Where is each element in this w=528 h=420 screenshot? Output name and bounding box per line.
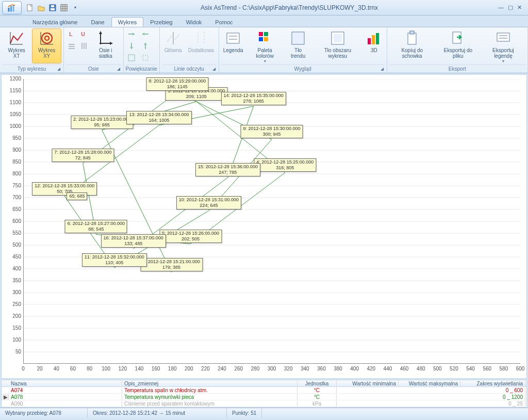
svg-rect-46 [259, 32, 263, 36]
copy-clipboard-button[interactable]: Kopiuj do schowka [389, 28, 435, 63]
main-cursor-button[interactable]: Główna [162, 28, 185, 63]
y-tick-label: 200 [3, 313, 21, 319]
zoom-v-out-button[interactable] [140, 40, 151, 52]
svg-text:L: L [69, 31, 73, 37]
new-button[interactable] [25, 3, 35, 13]
x-tick-label: 500 [431, 366, 443, 371]
x-tick-label: 320 [282, 366, 294, 371]
dialog-launcher-icon[interactable]: ◢ [57, 67, 60, 71]
save-button[interactable] [47, 3, 58, 13]
chevron-down-icon: ▾ [264, 59, 266, 63]
svg-rect-50 [292, 32, 304, 44]
y-tick-label: 50 [3, 349, 21, 354]
additional-cursor-button[interactable]: Dodatkowa [186, 28, 217, 63]
ribbon-group-axes: L U Osie i siatka Osie◢ [64, 27, 124, 73]
svg-rect-55 [376, 33, 379, 44]
export-legend-button[interactable]: Eksportuj legendę ▾ [481, 28, 525, 63]
close-button[interactable]: ✕ [517, 4, 522, 11]
x-tick-label: 440 [382, 366, 394, 371]
svg-marker-28 [99, 31, 102, 34]
zoom-fit-button[interactable] [140, 52, 151, 63]
maximize-button[interactable]: ▢ [508, 4, 513, 11]
svg-rect-43 [227, 33, 239, 43]
tab-data[interactable]: Dane [84, 17, 111, 27]
axes-small-3[interactable] [66, 40, 77, 52]
grid-header-desc[interactable]: Opis_zmiennej [122, 381, 298, 386]
y-tick-label: 1150 [3, 88, 21, 93]
grid-button[interactable] [59, 3, 69, 13]
x-tick-label: 380 [332, 366, 344, 371]
y-tick-label: 350 [3, 278, 21, 283]
grid-header-max[interactable]: Wartość maksymalna [399, 381, 460, 386]
svg-rect-59 [497, 33, 509, 41]
axes-grid-button[interactable]: Osie i siatka [90, 28, 121, 63]
chart-area[interactable]: 5010015020025030035040045050055060065070… [1, 74, 527, 379]
grid-header-range[interactable]: Zakres wyświetlania [460, 381, 525, 386]
trend-bg-button[interactable]: Tło trendu [285, 28, 312, 63]
status-bar: Wybrany przebieg: A078 Okres: 2012-12-28… [0, 408, 528, 418]
open-button[interactable] [36, 3, 46, 13]
legend-icon [225, 30, 241, 46]
export-file-button[interactable]: Eksportuj do pliku [436, 28, 480, 63]
axis-left-icon: L [68, 30, 75, 38]
legend-button[interactable]: Legenda [221, 28, 245, 63]
ribbon-tabs: Narzędzia główne Dane Wykres Przebieg Wi… [0, 15, 528, 27]
axes-small-2[interactable]: U [78, 28, 89, 40]
zoom-out-button[interactable] [140, 28, 151, 40]
tab-series[interactable]: Przebieg [143, 17, 179, 27]
dialog-launcher-icon[interactable]: ◢ [381, 67, 384, 71]
axes-icon [97, 30, 114, 46]
window-controls: — ▢ ✕ [498, 4, 526, 11]
plot-area-button[interactable]: Tło obszaru wykresu [312, 28, 362, 63]
3d-button[interactable]: 3D [364, 28, 384, 63]
tab-chart[interactable]: Wykres [111, 17, 144, 27]
tab-view[interactable]: Widok [179, 17, 209, 27]
palette-button[interactable]: Paleta kolorów ▾ [246, 28, 284, 63]
axes-small-1[interactable]: L [66, 28, 77, 40]
y-tick-label: 1200 [3, 76, 21, 82]
app-menu-button[interactable] [2, 1, 22, 14]
y-tick-label: 100 [3, 337, 21, 343]
x-tick-label: 120 [117, 366, 129, 371]
x-tick-label: 480 [415, 366, 427, 371]
chart-xt-button[interactable]: Wykres XT [2, 28, 31, 63]
title-bar: ▾ Asix AsTrend - C:\AsixApp\Fabryka\Tren… [0, 0, 528, 15]
svg-text:U: U [81, 31, 85, 37]
axes-small-4[interactable] [78, 40, 89, 52]
dialog-launcher-icon[interactable]: ◢ [212, 67, 216, 71]
zoom-reset-button[interactable] [126, 52, 137, 63]
chart-xy-button[interactable]: Wykres XY [32, 28, 61, 63]
x-tick-label: 460 [398, 366, 410, 371]
tab-help[interactable]: Pomoc [208, 17, 239, 27]
dialog-launcher-icon[interactable]: ◢ [117, 67, 120, 71]
grid-header-unit[interactable]: Jednostka [298, 381, 337, 386]
grid-header-name[interactable]: Nazwa [9, 381, 122, 386]
x-tick-label: 180 [166, 366, 178, 371]
grid-v-icon [80, 42, 87, 50]
svg-point-14 [42, 33, 52, 43]
grid-header-min[interactable]: Wartość minimalna [337, 381, 399, 386]
y-tick-label: 150 [3, 325, 21, 331]
qat-dropdown[interactable]: ▾ [70, 3, 80, 13]
legend-grid: Nazwa Opis_zmiennej Jednostka Wartość mi… [1, 380, 527, 408]
palette-icon [257, 30, 273, 46]
y-tick-label: 850 [3, 159, 21, 165]
table-row[interactable]: ▶ A078 Temperatura wymurówki pieca °C 0 … [2, 394, 526, 400]
ribbon-group-chart-type: Wykres XT Wykres XY Typ wykresu◢ [0, 27, 64, 73]
tab-home[interactable]: Narzędzia główne [26, 17, 84, 27]
chart-xt-icon [8, 30, 25, 46]
cell-range: 0 _ 1200 [460, 394, 525, 400]
ribbon-group-label: Linie odczytu [174, 66, 204, 72]
chevron-down-icon: ▾ [74, 5, 76, 10]
zoom-in-button[interactable] [126, 28, 137, 40]
table-row[interactable]: A074 Temperatura spalin w chłodnicy atm.… [2, 387, 526, 394]
cell-name: A090 [9, 401, 122, 407]
minimize-button[interactable]: — [498, 4, 504, 11]
y-tick-label: 650 [3, 206, 21, 212]
zoom-vin-icon [127, 42, 136, 50]
zoom-v-in-button[interactable] [126, 40, 137, 52]
table-row[interactable]: A090 Ciśnienie przed aparatem kontaktowy… [2, 400, 526, 407]
cell-desc: Temperatura spalin w chłodnicy atm. [122, 387, 298, 393]
bar3d-icon [366, 30, 382, 46]
x-tick-label: 400 [349, 366, 361, 371]
